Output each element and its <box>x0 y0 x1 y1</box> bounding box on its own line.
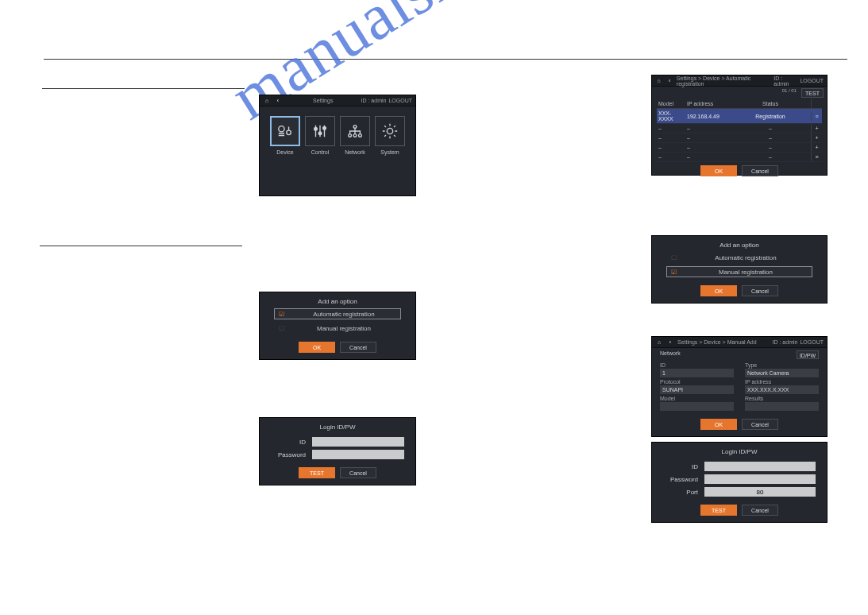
option-auto-registration[interactable]: ☑ Automatic registration <box>274 308 401 319</box>
page-title: Settings <box>285 98 361 103</box>
page-indicator: 01 / 01 <box>782 88 797 98</box>
expand-icon[interactable]: ≡ <box>811 153 822 161</box>
table-row[interactable]: XXX-XXXX 192.168.4.49 Registration ≡ <box>657 109 822 124</box>
ok-button[interactable]: OK <box>700 285 737 296</box>
tile-system[interactable] <box>375 116 405 146</box>
option-label: Automatic registration <box>287 311 400 318</box>
option-manual-registration[interactable]: ☐ Manual registration <box>274 323 401 334</box>
login-dialog-port: Login ID/PW ID Password Port TEST Cancel <box>651 442 827 523</box>
checkbox-checked-icon: ☑ <box>667 269 680 276</box>
test-button[interactable]: TEST <box>801 88 824 98</box>
cancel-button[interactable]: Cancel <box>742 165 778 176</box>
control-icon <box>311 122 329 140</box>
user-label: ID : admin <box>361 98 387 103</box>
tab-network[interactable]: Network <box>660 350 681 359</box>
logout-button[interactable]: LOGOUT <box>800 78 824 83</box>
test-button[interactable]: TEST <box>700 505 737 516</box>
option-label: Manual registration <box>287 325 400 332</box>
logout-button[interactable]: LOGOUT <box>388 98 412 103</box>
port-field[interactable] <box>704 487 816 497</box>
cancel-button[interactable]: Cancel <box>340 467 376 478</box>
login-dialog: Login ID/PW ID Password TEST Cancel <box>259 417 416 485</box>
label-type: Type <box>745 362 819 368</box>
add-icon[interactable]: + <box>811 124 822 133</box>
svg-point-2 <box>314 127 318 130</box>
tile-network[interactable] <box>340 116 370 146</box>
label-results: Results <box>745 396 819 401</box>
label-id: ID <box>660 362 734 368</box>
password-label: Password <box>663 476 704 483</box>
table-row[interactable]: – – – + <box>657 133 822 143</box>
settings-menu-panel: Settings ID : admin LOGOUT Device Contro… <box>259 95 416 196</box>
add-icon[interactable]: + <box>811 133 822 142</box>
add-option-dialog-auto: Add an option ☑ Automatic registration ☐… <box>259 292 416 360</box>
option-auto-registration[interactable]: ☐ Automatic registration <box>666 252 812 263</box>
home-icon[interactable] <box>655 339 663 345</box>
cancel-button[interactable]: Cancel <box>340 342 376 353</box>
dialog-title: Login ID/PW <box>260 418 415 434</box>
svg-point-1 <box>287 130 291 135</box>
option-label: Automatic registration <box>680 254 812 261</box>
tab-idpw[interactable]: ID/PW <box>797 350 819 359</box>
table-row[interactable]: – – – ≡ <box>657 153 822 162</box>
auto-registration-panel: Settings > Device > Automatic registrati… <box>651 75 827 176</box>
test-button[interactable]: TEST <box>299 467 335 478</box>
network-icon <box>346 122 364 140</box>
svg-point-7 <box>353 134 357 137</box>
checkbox-unchecked-icon: ☐ <box>275 325 287 332</box>
breadcrumb: Settings > Device > Automatic registrati… <box>677 75 774 87</box>
user-label: ID : admin <box>773 75 797 87</box>
value-type[interactable]: Network Camera <box>745 369 819 377</box>
expand-icon[interactable]: ≡ <box>811 112 822 121</box>
dialog-title: Login ID/PW <box>652 443 827 458</box>
tile-label: System <box>375 149 405 155</box>
tile-control[interactable] <box>305 116 335 146</box>
home-icon[interactable] <box>263 98 271 103</box>
svg-point-5 <box>353 126 357 129</box>
label-ip: IP address <box>745 379 819 385</box>
value-protocol[interactable]: SUNAPI <box>660 385 734 394</box>
cancel-button[interactable]: Cancel <box>742 285 778 296</box>
value-id[interactable]: 1 <box>660 369 734 377</box>
device-icon <box>276 122 294 140</box>
dialog-title: Add an option <box>260 292 415 308</box>
ok-button[interactable]: OK <box>299 342 335 353</box>
svg-point-4 <box>323 127 326 130</box>
value-ip[interactable]: XXX.XXX.X.XXX <box>745 385 819 394</box>
back-icon[interactable] <box>666 339 674 345</box>
system-icon <box>381 122 399 140</box>
tile-label: Network <box>340 149 370 155</box>
home-icon[interactable] <box>655 78 662 83</box>
port-label: Port <box>663 489 704 496</box>
svg-point-3 <box>318 132 322 135</box>
option-manual-registration[interactable]: ☑ Manual registration <box>666 266 812 277</box>
add-icon[interactable]: + <box>811 143 822 152</box>
logout-button[interactable]: LOGOUT <box>800 339 824 345</box>
id-field[interactable] <box>312 437 404 447</box>
password-label: Password <box>271 451 312 458</box>
table-row[interactable]: – – – + <box>657 143 822 153</box>
checkbox-checked-icon: ☑ <box>275 311 287 318</box>
ok-button[interactable]: OK <box>700 165 737 176</box>
id-field[interactable] <box>704 462 816 471</box>
password-field[interactable] <box>312 450 404 459</box>
col-model: Model <box>657 99 685 108</box>
svg-point-0 <box>279 126 284 132</box>
table-row[interactable]: – – – + <box>657 124 822 133</box>
tile-label: Control <box>305 149 335 155</box>
svg-point-8 <box>359 134 362 137</box>
value-model[interactable] <box>660 402 734 411</box>
cancel-button[interactable]: Cancel <box>742 505 778 516</box>
tile-device[interactable] <box>270 116 300 146</box>
ok-button[interactable]: OK <box>700 419 737 430</box>
id-label: ID <box>663 463 704 470</box>
label-model: Model <box>660 396 734 401</box>
back-icon[interactable] <box>274 98 282 103</box>
value-results[interactable] <box>745 402 819 411</box>
id-label: ID <box>271 439 312 446</box>
cancel-button[interactable]: Cancel <box>742 419 778 430</box>
password-field[interactable] <box>704 474 816 484</box>
col-status: Status <box>730 99 811 108</box>
back-icon[interactable] <box>665 78 673 83</box>
dialog-title: Add an option <box>652 236 827 252</box>
